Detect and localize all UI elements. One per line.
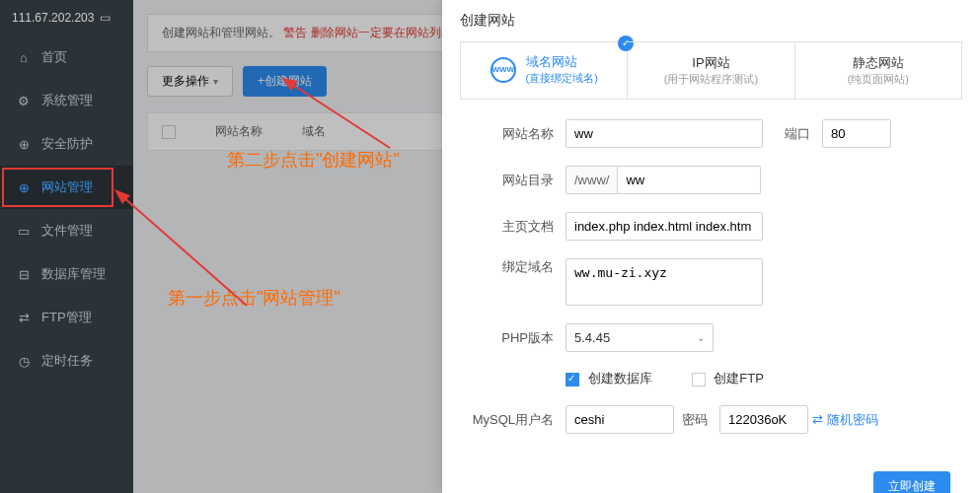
create-ftp-checkbox[interactable]: 创建FTP bbox=[692, 370, 764, 387]
sidebar-item-label: 数据库管理 bbox=[41, 265, 106, 283]
shield-icon: ⊕ bbox=[16, 136, 32, 152]
ftp-icon: ⇄ bbox=[16, 310, 32, 325]
www-icon: WWW bbox=[490, 57, 516, 83]
server-ip-text: 111.67.202.203 bbox=[12, 0, 94, 35]
mysql-user-label: MySQL用户名 bbox=[472, 411, 565, 429]
clock-icon: ◷ bbox=[16, 353, 32, 369]
sidebar-item-cron[interactable]: ◷定时任务 bbox=[0, 339, 133, 383]
home-icon: ⌂ bbox=[16, 49, 32, 65]
tab-ip-site[interactable]: IP网站 (用于网站程序测试) bbox=[628, 41, 794, 99]
create-site-modal: 创建网站 WWW 域名网站 (直接绑定域名) IP网站 (用于网站程序测试) 静… bbox=[442, 0, 980, 493]
php-version-label: PHP版本 bbox=[472, 329, 565, 347]
gear-icon: ⚙ bbox=[16, 93, 32, 108]
sidebar-item-label: 首页 bbox=[41, 48, 67, 66]
sidebar-item-website[interactable]: ⊕网站管理 bbox=[0, 166, 133, 209]
site-name-label: 网站名称 bbox=[472, 125, 565, 143]
monitor-icon: ▭ bbox=[100, 0, 111, 35]
tab-domain-site[interactable]: WWW 域名网站 (直接绑定域名) bbox=[460, 41, 628, 99]
globe-icon: ⊕ bbox=[16, 179, 32, 195]
sidebar-item-ftp[interactable]: ⇄FTP管理 bbox=[0, 296, 133, 339]
port-label: 端口 bbox=[763, 125, 822, 143]
sidebar-item-security[interactable]: ⊕安全防护 bbox=[0, 122, 133, 166]
sidebar-item-label: 定时任务 bbox=[41, 352, 93, 370]
sidebar-item-label: 文件管理 bbox=[41, 222, 93, 240]
server-ip: 111.67.202.203 ▭ bbox=[0, 0, 133, 35]
modal-title: 创建网站 bbox=[442, 0, 980, 41]
site-dir-input[interactable] bbox=[617, 166, 761, 194]
submit-button[interactable]: 立即创建 bbox=[873, 471, 950, 493]
checkbox-icon bbox=[565, 373, 579, 387]
create-site-form: 网站名称 端口 网站目录 /www/ 主页文档 绑定域名 ww.mu-zi.xy… bbox=[442, 100, 980, 461]
create-db-checkbox[interactable]: 创建数据库 bbox=[565, 370, 652, 387]
mysql-user-input[interactable] bbox=[565, 405, 674, 434]
folder-icon: ▭ bbox=[16, 223, 32, 239]
sidebar-item-system[interactable]: ⚙系统管理 bbox=[0, 79, 133, 122]
index-doc-label: 主页文档 bbox=[472, 218, 565, 236]
sidebar-item-label: 网站管理 bbox=[41, 178, 93, 196]
sidebar-item-files[interactable]: ▭文件管理 bbox=[0, 209, 133, 252]
chevron-down-icon: ⌄ bbox=[697, 332, 705, 343]
index-doc-input[interactable] bbox=[565, 212, 763, 241]
sidebar-item-label: 系统管理 bbox=[41, 92, 93, 109]
swap-icon[interactable]: ⇄ bbox=[812, 412, 823, 427]
sidebar-item-home[interactable]: ⌂首页 bbox=[0, 35, 133, 79]
sidebar: 111.67.202.203 ▭ ⌂首页 ⚙系统管理 ⊕安全防护 ⊕网站管理 ▭… bbox=[0, 0, 133, 493]
password-label: 密码 bbox=[674, 411, 719, 429]
site-dir-label: 网站目录 bbox=[472, 172, 565, 189]
sidebar-item-label: FTP管理 bbox=[41, 309, 92, 326]
php-version-select[interactable]: 5.4.45 ⌄ bbox=[565, 323, 714, 352]
tab-static-site[interactable]: 静态网站 (纯页面网站) bbox=[795, 41, 962, 99]
sidebar-item-label: 安全防护 bbox=[41, 135, 93, 153]
site-name-input[interactable] bbox=[565, 119, 763, 148]
modal-footer: 立即创建 bbox=[442, 461, 980, 493]
random-password-link[interactable]: 随机密码 bbox=[827, 411, 878, 429]
database-icon: ⊟ bbox=[16, 266, 32, 282]
password-input[interactable] bbox=[719, 405, 808, 434]
sidebar-item-database[interactable]: ⊟数据库管理 bbox=[0, 252, 133, 296]
bind-domain-label: 绑定域名 bbox=[472, 258, 565, 276]
bind-domain-input[interactable]: ww.mu-zi.xyz bbox=[565, 258, 763, 306]
dir-prefix: /www/ bbox=[565, 166, 617, 194]
checkbox-icon bbox=[692, 373, 706, 387]
modal-tabs: WWW 域名网站 (直接绑定域名) IP网站 (用于网站程序测试) 静态网站 (… bbox=[460, 41, 962, 100]
port-input[interactable] bbox=[822, 119, 891, 148]
